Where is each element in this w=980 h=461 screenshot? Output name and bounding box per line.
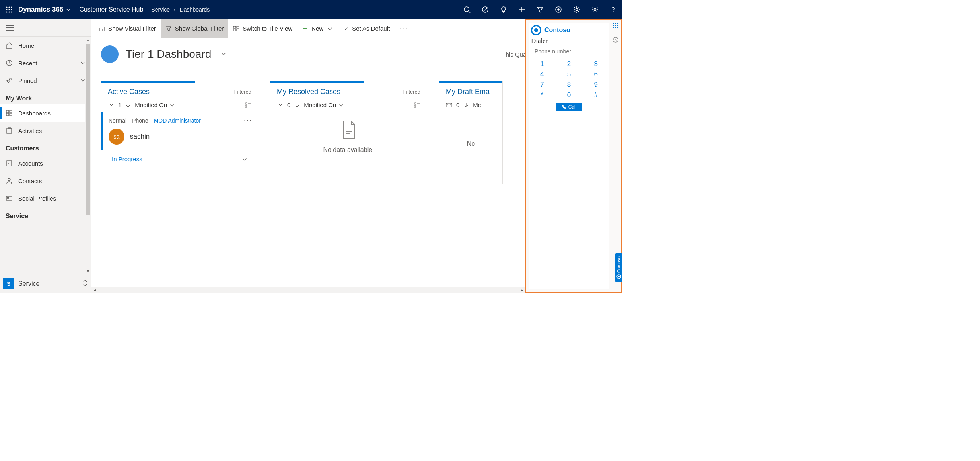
sidebar-item-home[interactable]: Home xyxy=(0,37,91,54)
key-5[interactable]: 5 xyxy=(567,70,571,78)
key-1[interactable]: 1 xyxy=(540,60,544,68)
dashboard-title[interactable]: Tier 1 Dashboard xyxy=(126,48,211,61)
contoso-tab[interactable]: Contoso xyxy=(615,253,622,282)
app-launcher-icon[interactable] xyxy=(0,0,18,19)
key-3[interactable]: 3 xyxy=(594,60,597,68)
key-7[interactable]: 7 xyxy=(540,81,544,89)
help-icon[interactable] xyxy=(604,0,622,19)
keypad-toggle-icon[interactable] xyxy=(613,23,618,29)
card-count: 0 xyxy=(456,102,459,108)
horizontal-scrollbar[interactable]: ◂ ▸ xyxy=(91,287,525,293)
topbar: Dynamics 365 Customer Service Hub Servic… xyxy=(0,0,622,19)
card-sort[interactable]: Modified On xyxy=(304,102,344,108)
sidebar-item-activities[interactable]: Activities xyxy=(0,122,91,139)
key-0[interactable]: 0 xyxy=(567,91,571,99)
case-item[interactable]: Normal Phone MOD Administrator ··· sa sa… xyxy=(101,112,258,150)
dialer-title: Dialer xyxy=(531,37,607,45)
cmd-more[interactable]: ··· xyxy=(395,19,413,38)
chevron-down-icon xyxy=(327,25,333,32)
sidebar-item-accounts[interactable]: Accounts xyxy=(0,154,91,172)
key-hash[interactable]: # xyxy=(594,91,597,99)
key-star[interactable]: * xyxy=(541,91,544,99)
card-title[interactable]: Active Cases xyxy=(108,88,150,96)
cmd-global-filter[interactable]: Show Global Filter xyxy=(161,19,229,38)
mail-icon[interactable] xyxy=(446,102,452,108)
gear-icon[interactable] xyxy=(586,0,604,19)
sidebar-item-pinned[interactable]: Pinned xyxy=(0,72,91,89)
breadcrumb-leaf[interactable]: Dashboards xyxy=(180,6,210,13)
cmd-visual-filter[interactable]: Show Visual Filter xyxy=(94,19,161,38)
scroll-down-icon[interactable]: ▾ xyxy=(85,268,91,274)
more-icon[interactable]: ··· xyxy=(244,116,252,125)
svg-point-1 xyxy=(8,6,10,8)
scroll-left-icon[interactable]: ◂ xyxy=(91,288,98,292)
sidebar-scrollbar[interactable]: ▴ ▾ xyxy=(85,37,91,274)
case-owner[interactable]: MOD Administrator xyxy=(154,117,201,124)
cmd-tile-view[interactable]: Switch to Tile View xyxy=(228,19,297,38)
card-sort[interactable]: Mc xyxy=(473,102,481,108)
case-status-row[interactable]: In Progress xyxy=(101,150,258,165)
key-8[interactable]: 8 xyxy=(567,81,571,89)
sidebar-app-switcher[interactable]: S Service xyxy=(0,274,91,293)
key-2[interactable]: 2 xyxy=(567,60,571,68)
task-icon[interactable] xyxy=(476,0,494,19)
list-icon[interactable] xyxy=(245,102,251,108)
person-icon xyxy=(6,177,13,184)
sidebar-item-label: Pinned xyxy=(18,77,37,84)
case-name: sachin xyxy=(130,133,150,141)
sidebar-section-mywork: My Work xyxy=(0,89,91,104)
hamburger-icon[interactable] xyxy=(0,19,91,37)
app-icon: S xyxy=(3,278,14,289)
cmd-label: Show Global Filter xyxy=(175,25,224,32)
card-count: 0 xyxy=(287,102,290,108)
svg-point-38 xyxy=(7,197,9,199)
cmd-new[interactable]: New xyxy=(297,19,338,38)
svg-rect-28 xyxy=(10,113,12,116)
funnel-icon[interactable] xyxy=(531,0,549,19)
card-sort[interactable]: Modified On xyxy=(135,102,175,108)
arrow-down-icon[interactable] xyxy=(125,102,131,108)
dialer-sidebar xyxy=(610,20,621,292)
svg-point-76 xyxy=(613,25,614,26)
file-icon xyxy=(341,120,357,139)
scroll-up-icon[interactable]: ▴ xyxy=(85,37,91,43)
arrow-down-icon[interactable] xyxy=(294,102,300,108)
history-icon[interactable] xyxy=(612,37,619,45)
sidebar-item-contacts[interactable]: Contacts xyxy=(0,172,91,189)
brand-dropdown[interactable] xyxy=(66,7,71,12)
list-icon[interactable] xyxy=(414,102,420,108)
scroll-thumb[interactable] xyxy=(86,44,90,215)
arrow-down-icon[interactable] xyxy=(463,102,469,108)
svg-rect-25 xyxy=(6,110,9,113)
sidebar-item-dashboards[interactable]: Dashboards xyxy=(0,104,91,122)
sidebar-item-recent[interactable]: Recent xyxy=(0,54,91,72)
svg-marker-43 xyxy=(166,27,171,31)
key-9[interactable]: 9 xyxy=(594,81,597,89)
card-resolved-cases: My Resolved Cases Filtered 0 Modified On… xyxy=(270,81,427,184)
key-4[interactable]: 4 xyxy=(540,70,544,78)
breadcrumb-root[interactable]: Service xyxy=(151,6,170,13)
wrench-icon[interactable] xyxy=(108,102,114,108)
sidebar-item-socialprofiles[interactable]: Social Profiles xyxy=(0,189,91,207)
card-title[interactable]: My Resolved Cases xyxy=(277,88,340,96)
chevron-down-icon[interactable] xyxy=(221,50,226,59)
svg-point-75 xyxy=(617,23,618,24)
card-title[interactable]: My Draft Ema xyxy=(446,88,490,96)
tiles-icon xyxy=(233,25,239,32)
svg-point-73 xyxy=(613,23,614,24)
wrench-icon[interactable] xyxy=(277,102,283,108)
phone-number-input[interactable] xyxy=(531,46,607,57)
sidebar-section-customers: Customers xyxy=(0,139,91,154)
cmd-set-default[interactable]: Set As Default xyxy=(338,19,395,38)
key-6[interactable]: 6 xyxy=(594,70,597,78)
hub-label[interactable]: Customer Service Hub xyxy=(79,6,143,13)
lightbulb-icon[interactable] xyxy=(494,0,513,19)
add-circle-icon[interactable] xyxy=(549,0,568,19)
scroll-right-icon[interactable]: ▸ xyxy=(519,288,525,292)
svg-point-78 xyxy=(617,25,618,26)
call-button[interactable]: Call xyxy=(556,103,582,111)
search-icon[interactable] xyxy=(458,0,476,19)
contoso-logo-icon xyxy=(616,274,621,279)
plus-icon[interactable] xyxy=(513,0,531,19)
settings-icon[interactable] xyxy=(568,0,586,19)
